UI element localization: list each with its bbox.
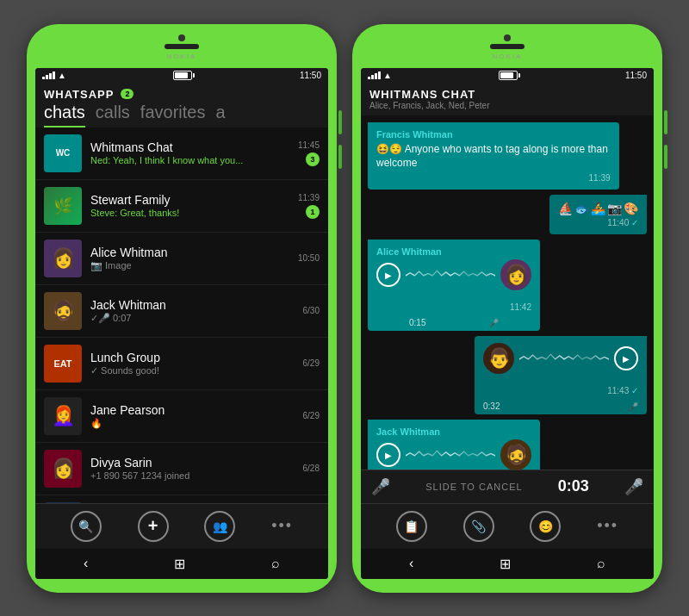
volume-up-button[interactable] [338,110,342,134]
tab-chats[interactable]: chats [44,103,85,128]
status-bar: ▲ 11:50 [35,68,328,83]
chat-info-jane: Jane Pearson 🔥 [90,403,295,429]
volume-down-button[interactable] [338,145,342,169]
chat-preview: Ned: Yeah, I think I know what you... [90,155,289,165]
add-chat-button[interactable]: + [138,511,169,542]
message-sender: Jack Whitman [376,426,531,437]
chat-info-lunch: Lunch Group ✓ Sounds good! [90,351,295,376]
message-alice-voice: Alice Whitman ▶ 👩 0:15 🎤 11:42 [368,240,540,331]
app-title: WHATSAPP [44,88,114,101]
chat-info-divya: Divya Sarin +1 890 567 1234 joined [90,456,295,481]
chat-meta: 6/30 [303,306,320,315]
brand-label-right: NOKIA [493,53,523,60]
chat-time: 11:45 [298,140,320,150]
slide-cancel-text: SLIDE TO CANCEL [425,482,522,492]
chat-name: Stewart Family [90,193,289,207]
avatar-alice: 👩 [44,240,82,277]
chat-time: 6/28 [303,464,320,473]
chat-item-sai[interactable]: 👨 Sai Tambe 6/28 [35,495,328,503]
battery-icon-right [499,71,518,80]
chat-name: Lunch Group [90,351,295,364]
chat-preview: 🔥 [90,418,295,429]
chat-meta: 6/29 [303,358,320,368]
chat-item-whitmans[interactable]: WC Whitmans Chat Ned: Yeah, I think I kn… [35,128,328,180]
chat-item-lunch[interactable]: EAT Lunch Group ✓ Sounds good! 6/29 [35,338,328,390]
back-button[interactable]: ‹ [75,554,96,573]
message-text: 😆😌 Anyone who wants to tag along is more… [376,142,611,171]
chat-name: Alice Whitman [90,246,289,259]
attach-button[interactable]: 📎 [463,511,494,542]
recording-timer: 0:03 [558,477,589,495]
message-time: 11:43 ✓ [483,386,638,395]
home-button-right[interactable]: ⊞ [491,554,519,574]
speaker-right [490,44,525,49]
brand-label: NOKIA [167,53,197,60]
chat-name: Divya Sarin [90,456,295,470]
emoji-row: ⛵🐟🚣📷🎨 [558,202,638,215]
status-bar-right: ▲ 11:50 [361,68,654,83]
home-button[interactable]: ⊞ [165,554,194,574]
camera-right [504,34,511,41]
status-left-right: ▲ [368,71,392,80]
chat-preview: 📷 Image [90,260,289,271]
mic-icon: 🎤 [489,319,499,327]
bottom-toolbar: 🔍 + 👥 ••• [35,503,328,549]
message-sender: Alice Whitman [376,246,531,257]
chat-time: 6/30 [303,306,320,315]
volume-up-button-r[interactable] [664,110,667,134]
back-button-right[interactable]: ‹ [400,554,422,573]
play-button-right[interactable]: ▶ [614,346,638,370]
voice-waveform [406,268,495,282]
unread-count: 1 [306,205,320,219]
messages-area: Francis Whitman 😆😌 Anyone who wants to t… [361,115,654,470]
message-francis: Francis Whitman 😆😌 Anyone who wants to t… [368,122,619,190]
play-button[interactable]: ▶ [376,263,400,287]
phone-top-right: NOKIA [361,34,654,63]
play-button-jack[interactable]: ▶ [376,443,400,467]
chat-header: WHITMANS CHAT Alice, Francis, Jack, Ned,… [361,83,654,115]
chat-time: 6/29 [303,411,320,420]
message-sender: Francis Whitman [376,129,611,140]
search-nav-button[interactable]: ⌕ [263,554,289,573]
avatar-jack: 🧔 [44,292,82,330]
chat-preview: ✓ Sounds good! [90,365,295,376]
new-group-button[interactable]: 👥 [204,511,235,542]
check-icon: ✓ [631,386,638,395]
search-button[interactable]: 🔍 [71,511,102,542]
status-time-right: 11:50 [625,71,647,80]
chat-item-jane[interactable]: 👩‍🦰 Jane Pearson 🔥 6/29 [35,390,328,443]
chat-item-alice[interactable]: 👩 Alice Whitman 📷 Image 10:50 [35,233,328,285]
more-button[interactable]: ••• [271,517,293,535]
voice-message: ▶ 🧔 [376,439,531,469]
message-time: 11:39 [376,173,611,183]
avatar-stewart: 🌿 [44,187,82,225]
voice-thumbnail-right: 👨 [483,343,514,374]
voice-thumbnail-jack: 🧔 [500,439,531,469]
status-time: 11:50 [300,71,321,80]
chat-item-stewart[interactable]: 🌿 Stewart Family Steve: Great, thanks! 1… [35,180,328,233]
chat-item-jack[interactable]: 🧔 Jack Whitman ✓🎤 0:07 6/30 [35,285,328,338]
voice-waveform [406,448,495,462]
message-right-voice: 👨 ▶ 0:32 🎤 11:43 ✓ [475,336,647,414]
tab-more[interactable]: a [215,103,225,128]
voice-message: ▶ 👩 [376,259,531,290]
speaker [164,44,199,49]
mic-left-icon[interactable]: 🎤 [371,477,390,496]
message-jack-voice: Jack Whitman ▶ 🧔 0:07 🎤 11:45 [368,420,540,469]
volume-down-button-r[interactable] [664,145,667,169]
search-nav-button-right[interactable]: ⌕ [588,554,614,573]
tab-calls[interactable]: calls [96,103,130,128]
tab-favorites[interactable]: favorites [140,103,206,128]
more-button-right[interactable]: ••• [597,517,618,535]
chat-meta: 11:39 1 [298,193,320,219]
battery-icon [173,71,192,80]
document-button[interactable]: 📋 [396,511,427,542]
chat-item-divya[interactable]: 👩 Divya Sarin +1 890 567 1234 joined 6/2… [35,443,328,495]
app-title-row: WHATSAPP 2 [44,88,320,101]
left-phone: NOKIA ▲ 11:50 [27,24,337,593]
emoji-button[interactable]: 😊 [530,511,561,542]
mic-right-icon: 🎤 [624,477,643,496]
voice-thumbnail: 👩 [500,259,531,290]
message-time: 11:42 [376,302,531,312]
chat-time: 6/29 [303,358,320,368]
